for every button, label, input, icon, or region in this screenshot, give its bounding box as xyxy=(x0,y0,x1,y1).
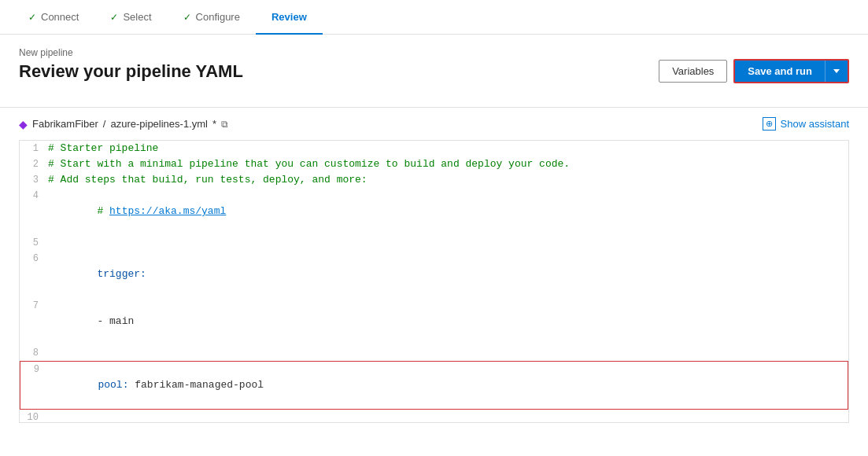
code-line-8: 8 xyxy=(20,345,848,361)
line-number-1: 1 xyxy=(20,141,48,156)
save-run-button-group: Save and run xyxy=(733,59,849,83)
org-name: FabrikamFiber xyxy=(32,118,98,130)
line-number-7: 7 xyxy=(20,298,48,314)
save-run-dropdown-button[interactable] xyxy=(825,61,848,82)
page-subtitle: New pipeline xyxy=(19,47,243,58)
line-content-3: # Add steps that build, run tests, deplo… xyxy=(48,172,848,188)
code-editor[interactable]: 1 # Starter pipeline 2 # Start with a mi… xyxy=(19,140,849,423)
line-number-2: 2 xyxy=(20,156,48,172)
code-line-5: 5 xyxy=(20,235,848,251)
file-path-row: ◆ FabrikamFiber / azure-pipelines-1.yml … xyxy=(19,117,849,131)
tab-select-label: Select xyxy=(123,11,151,23)
line-content-7: - main xyxy=(48,298,848,345)
line-number-10: 10 xyxy=(20,410,48,423)
tab-connect[interactable]: ✓ Connect xyxy=(13,1,94,35)
divider xyxy=(0,107,868,108)
show-assistant-label: Show assistant xyxy=(781,118,849,130)
line-content-1: # Starter pipeline xyxy=(48,141,848,156)
tab-review-label: Review xyxy=(271,11,307,23)
tab-select[interactable]: ✓ Select xyxy=(94,1,167,35)
code-line-6: 6 trigger: xyxy=(20,251,848,298)
tab-connect-label: Connect xyxy=(41,11,79,23)
page-title: Review your pipeline YAML xyxy=(19,61,243,82)
main-content: New pipeline Review your pipeline YAML V… xyxy=(0,35,868,436)
chevron-down-icon xyxy=(833,69,840,73)
line-number-8: 8 xyxy=(20,345,48,361)
code-line-1: 1 # Starter pipeline xyxy=(20,141,848,156)
line-number-9: 9 xyxy=(20,362,49,377)
code-line-2: 2 # Start with a minimal pipeline that y… xyxy=(20,156,848,172)
assistant-icon: ⊕ xyxy=(763,117,776,131)
filename: azure-pipelines-1.yml xyxy=(110,118,208,130)
file-path: ◆ FabrikamFiber / azure-pipelines-1.yml … xyxy=(19,118,228,131)
diamond-icon: ◆ xyxy=(19,118,28,131)
tab-review[interactable]: Review xyxy=(256,1,323,35)
line-content-9: pool: fabrikam-managed-pool xyxy=(49,362,848,409)
check-icon-select: ✓ xyxy=(110,12,118,23)
top-navigation: ✓ Connect ✓ Select ✓ Configure Review xyxy=(0,0,868,35)
line-number-3: 3 xyxy=(20,172,48,188)
header-actions: Variables Save and run xyxy=(659,59,849,83)
code-line-4: 4 # https://aka.ms/yaml xyxy=(20,188,848,235)
path-separator: / xyxy=(103,118,106,130)
check-icon-connect: ✓ xyxy=(28,12,36,23)
line-number-6: 6 xyxy=(20,251,48,267)
line-content-4: # https://aka.ms/yaml xyxy=(48,188,848,235)
code-line-7: 7 - main xyxy=(20,298,848,345)
check-icon-configure: ✓ xyxy=(183,12,191,23)
code-line-3: 3 # Add steps that build, run tests, dep… xyxy=(20,172,848,188)
tab-configure-label: Configure xyxy=(196,11,240,23)
header-row: New pipeline Review your pipeline YAML V… xyxy=(19,47,849,94)
title-group: New pipeline Review your pipeline YAML xyxy=(19,47,243,94)
line-content-2: # Start with a minimal pipeline that you… xyxy=(48,156,848,172)
code-line-10: 10 xyxy=(20,410,848,423)
yaml-link-1[interactable]: https://aka.ms/yaml xyxy=(109,205,226,217)
tab-configure[interactable]: ✓ Configure xyxy=(168,1,256,35)
line-number-4: 4 xyxy=(20,188,48,204)
line-content-6: trigger: xyxy=(48,251,848,298)
line-number-5: 5 xyxy=(20,235,48,251)
copy-icon[interactable]: ⧉ xyxy=(221,119,228,130)
save-and-run-button[interactable]: Save and run xyxy=(735,61,825,82)
variables-button[interactable]: Variables xyxy=(659,60,727,83)
modified-indicator: * xyxy=(212,118,216,130)
show-assistant-button[interactable]: ⊕ Show assistant xyxy=(763,117,849,131)
code-line-9: 9 pool: fabrikam-managed-pool xyxy=(20,361,848,410)
